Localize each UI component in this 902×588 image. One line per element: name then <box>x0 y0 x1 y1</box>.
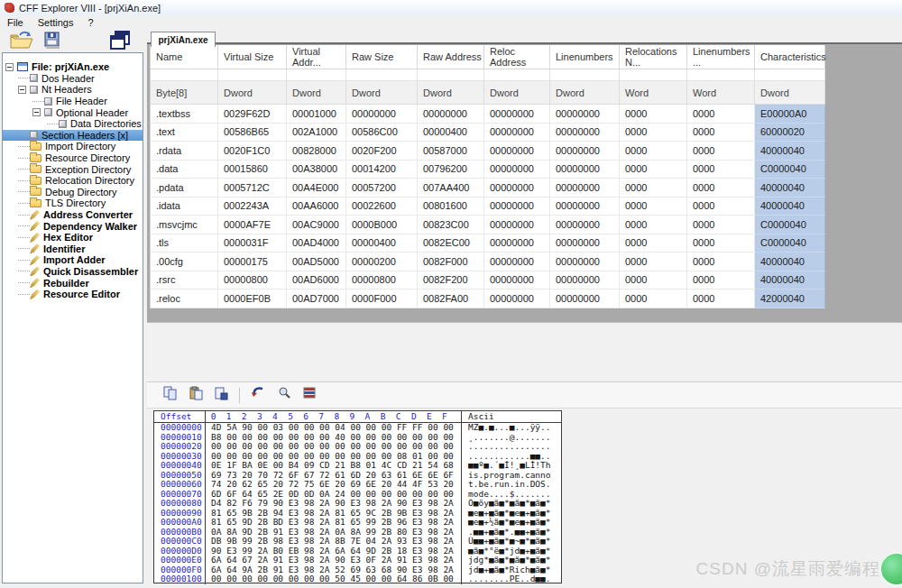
sidebar-item-hex-editor[interactable]: Hex Editor <box>3 232 143 243</box>
table-cell[interactable]: 0000 <box>687 161 755 179</box>
hex-row[interactable]: 0000002000 00 00 00 00 00 00 00 00 00 00… <box>154 442 561 452</box>
table-cell[interactable]: C0000040 <box>755 161 825 179</box>
hex-row[interactable]: 000000C0DB 9B 99 2B 98 E3 98 2A 8B 7E 04… <box>154 537 561 547</box>
table-cell[interactable]: 00A4E000 <box>287 179 346 198</box>
hex-bytes[interactable]: DB 9B 99 2B 98 E3 98 2A 8B 7E 04 2A 93 E… <box>206 537 462 547</box>
table-cell[interactable]: 00000000 <box>484 234 550 253</box>
table-cell[interactable]: 00AD5000 <box>287 253 346 271</box>
sidebar-item-identifier[interactable]: Identifier <box>3 243 143 255</box>
sidebar-item-section-headers-x[interactable]: Section Headers [x] <box>3 130 143 142</box>
table-row[interactable]: .reloc0000EF0B00AD70000000F0000082FA0000… <box>150 289 825 308</box>
table-cell[interactable]: 00801600 <box>418 198 484 216</box>
table-cell[interactable]: 0002243A <box>218 198 287 216</box>
hex-dump[interactable]: Offset0123456789ABCDEFAscii000000004D 5A… <box>153 410 562 583</box>
table-row[interactable]: .pdata0005712C00A4E00000057200007AA40000… <box>150 179 825 198</box>
hex-copy-icon[interactable] <box>163 386 178 404</box>
table-cell[interactable]: 00000800 <box>218 271 287 290</box>
table-cell[interactable]: 00000000 <box>484 253 550 271</box>
table-cell[interactable]: 00000400 <box>418 124 484 142</box>
column-header[interactable]: Linenumbers ... <box>687 45 755 69</box>
table-cell[interactable]: 0000031F <box>218 234 287 253</box>
table-row[interactable]: .idata0002243A00AA6000000226000080160000… <box>150 198 825 216</box>
hex-row[interactable]: 000000E06A 64 67 2A 91 E3 98 2A 90 E3 0F… <box>154 556 561 565</box>
table-cell[interactable]: 0000 <box>620 234 687 253</box>
table-cell[interactable]: 0000EF0B <box>218 289 287 308</box>
tree-expander-icon[interactable] <box>5 63 14 71</box>
sidebar-item-import-adder[interactable]: Import Adder <box>3 254 143 266</box>
table-row[interactable]: .textbss0029F62D000010000000000000000000… <box>150 105 825 124</box>
table-cell[interactable]: 00000000 <box>418 105 484 124</box>
hex-row[interactable]: 000000004D 5A 90 00 03 00 00 00 04 00 00… <box>154 423 561 433</box>
table-cell[interactable]: 00AD7000 <box>287 289 346 308</box>
hex-bytes[interactable]: 81 65 9D 2B BD E3 98 2A 81 65 99 2B 96 E… <box>206 518 462 528</box>
table-row[interactable]: .text00586B65002A100000586C0000000400000… <box>150 124 825 142</box>
tree-expander-icon[interactable] <box>18 86 26 94</box>
document-tab[interactable]: prjXiAn.exe <box>151 32 216 47</box>
sidebar-item-resource-directory[interactable]: Resource Directory <box>3 152 143 164</box>
table-cell[interactable]: .rsrc <box>150 271 218 290</box>
sidebar-item-optional-header[interactable]: Optional Header <box>3 106 143 118</box>
table-row[interactable]: .data0001586000A380000001420000796200000… <box>150 161 825 179</box>
table-cell[interactable]: 00587000 <box>418 142 484 161</box>
table-cell[interactable]: 00828000 <box>287 142 346 161</box>
sidebar-item-data-directories-x[interactable]: Data Directories [x] <box>3 118 143 130</box>
table-cell[interactable]: 00A38000 <box>287 161 346 179</box>
table-row[interactable]: .00cfg0000017500AD5000000002000082F00000… <box>150 253 825 271</box>
sidebar-item-import-directory[interactable]: Import Directory <box>3 141 143 152</box>
table-cell[interactable]: 0020F200 <box>346 142 418 161</box>
sidebar-item-dos-header[interactable]: Dos Header <box>3 73 143 85</box>
hex-row[interactable]: 0000006074 20 62 65 20 72 75 6E 20 69 6E… <box>154 480 561 490</box>
table-cell[interactable]: .textbss <box>150 105 218 124</box>
table-cell[interactable]: 0000 <box>687 234 755 253</box>
save-file-icon[interactable] <box>43 31 61 51</box>
table-cell[interactable]: 0000 <box>687 142 755 161</box>
table-cell[interactable]: 00022600 <box>346 198 418 216</box>
table-cell[interactable]: 00000000 <box>550 198 620 216</box>
table-cell[interactable]: 0000 <box>620 124 687 142</box>
table-cell[interactable]: 0082F000 <box>418 253 484 271</box>
table-cell[interactable]: 40000040 <box>755 142 825 161</box>
menu-item-settings[interactable]: Settings <box>31 15 81 29</box>
table-cell[interactable]: 00000000 <box>550 271 620 290</box>
table-cell[interactable]: 00AD4000 <box>287 234 346 253</box>
table-cell[interactable]: 00000000 <box>550 142 620 161</box>
hex-goto-grid-icon[interactable] <box>302 386 317 404</box>
table-cell[interactable]: 0000 <box>687 179 755 198</box>
table-cell[interactable]: 00000200 <box>346 253 418 271</box>
column-header[interactable]: Relocations N... <box>620 45 687 69</box>
sidebar-item-file-prjxian-exe[interactable]: File: prjXiAn.exe <box>3 61 143 73</box>
table-row[interactable]: .msvcjmc0000AF7E00AC90000000B00000823C00… <box>150 216 825 234</box>
table-cell[interactable]: .msvcjmc <box>150 216 218 234</box>
table-cell[interactable]: 0000 <box>687 198 755 216</box>
hex-row[interactable]: 000000A081 65 9D 2B BD E3 98 2A 81 65 99… <box>154 518 561 528</box>
table-cell[interactable]: 0000 <box>620 216 687 234</box>
hex-bytes[interactable]: 00 00 00 00 00 00 00 00 00 00 00 00 00 0… <box>206 442 462 452</box>
table-cell[interactable]: .idata <box>150 198 218 216</box>
sidebar-item-resource-editor[interactable]: Resource Editor <box>3 289 143 300</box>
table-cell[interactable]: C0000040 <box>755 216 825 234</box>
menu-item-file[interactable]: File <box>0 15 31 29</box>
table-cell[interactable]: 00000000 <box>484 161 550 179</box>
table-cell[interactable]: 0082EC00 <box>418 234 484 253</box>
table-cell[interactable]: 40000040 <box>755 271 825 290</box>
table-cell[interactable]: 00000000 <box>484 142 550 161</box>
table-cell[interactable]: 0005712C <box>218 179 287 198</box>
table-cell[interactable]: 60000020 <box>755 124 825 142</box>
table-cell[interactable]: 00AD6000 <box>287 271 346 290</box>
hex-undo-icon[interactable] <box>251 386 266 404</box>
table-cell[interactable]: 00796200 <box>418 161 484 179</box>
table-cell[interactable]: 0000 <box>620 161 687 179</box>
table-cell[interactable]: .data <box>150 161 218 179</box>
table-cell[interactable]: E00000A0 <box>755 105 825 124</box>
table-cell[interactable]: 40000040 <box>755 253 825 271</box>
table-cell[interactable]: 40000040 <box>755 198 825 216</box>
table-cell[interactable]: 00000000 <box>550 124 620 142</box>
table-cell[interactable]: 00014200 <box>346 161 418 179</box>
table-cell[interactable]: 0000 <box>620 105 687 124</box>
table-cell[interactable]: .tls <box>150 234 218 253</box>
table-cell[interactable]: .rdata <box>150 142 218 161</box>
table-cell[interactable]: 00000000 <box>484 198 550 216</box>
hex-bytes[interactable]: 4D 5A 90 00 03 00 00 00 04 00 00 00 FF F… <box>206 423 462 433</box>
column-header[interactable]: Virtual Addr... <box>287 45 346 69</box>
table-cell[interactable]: 0082FA00 <box>418 289 484 308</box>
